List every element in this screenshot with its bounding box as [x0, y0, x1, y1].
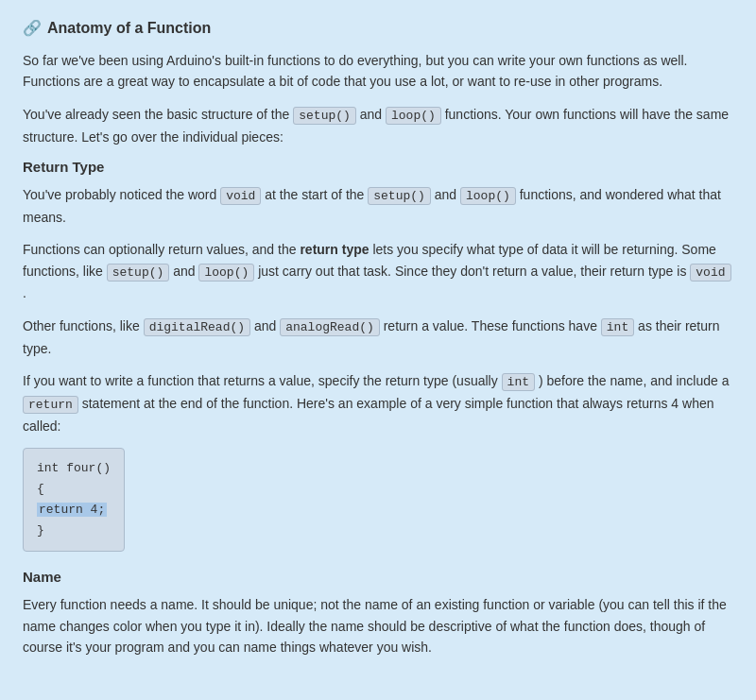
- intro1-text: So far we've been using Arduino's built-…: [23, 53, 687, 89]
- int-code-2: int: [502, 373, 535, 391]
- return-code: return: [23, 396, 78, 414]
- void-code-1: void: [220, 187, 261, 205]
- setup-code-2: setup(): [368, 187, 431, 205]
- loop-code-3: loop(): [198, 264, 254, 282]
- name-paragraph: Every function needs a name. It should b…: [23, 594, 733, 657]
- analogRead-code: analogRead(): [280, 318, 380, 336]
- return-type-heading: Return Type: [23, 159, 733, 175]
- clip-icon: 🔗: [23, 19, 42, 37]
- code-line-2: {: [37, 479, 111, 500]
- page-container: 🔗 Anatomy of a Function So far we've bee…: [0, 0, 756, 688]
- code-line-3: return 4;: [37, 500, 111, 521]
- title-text: Anatomy of a Function: [47, 20, 211, 37]
- setup-code-3: setup(): [107, 264, 170, 282]
- setup-code-1: setup(): [293, 107, 356, 125]
- code-line-1: int four(): [37, 458, 111, 479]
- return-type-bold: return type: [300, 242, 369, 257]
- digitalRead-code: digitalRead(): [144, 318, 250, 336]
- void-paragraph-1: You've probably noticed the word void at…: [23, 184, 733, 228]
- void-paragraph-2: Functions can optionally return values, …: [23, 239, 733, 304]
- code-block: int four() { return 4; }: [23, 448, 125, 552]
- int-code-1: int: [601, 318, 634, 336]
- name-heading: Name: [23, 569, 733, 585]
- page-title: 🔗 Anatomy of a Function: [23, 19, 733, 37]
- other-functions-paragraph: Other functions, like digitalRead() and …: [23, 316, 733, 359]
- intro-paragraph-2: You've already seen the basic structure …: [23, 104, 733, 147]
- loop-code-2: loop(): [460, 187, 516, 205]
- intro-paragraph-1: So far we've been using Arduino's built-…: [23, 50, 733, 93]
- intro2-and: and: [356, 107, 386, 122]
- code-line-4: }: [37, 521, 111, 541]
- write-function-paragraph: If you want to write a function that ret…: [23, 370, 733, 436]
- void-code-2: void: [690, 264, 730, 282]
- intro2-before: You've already seen the basic structure …: [23, 107, 293, 122]
- loop-code-1: loop(): [386, 107, 441, 125]
